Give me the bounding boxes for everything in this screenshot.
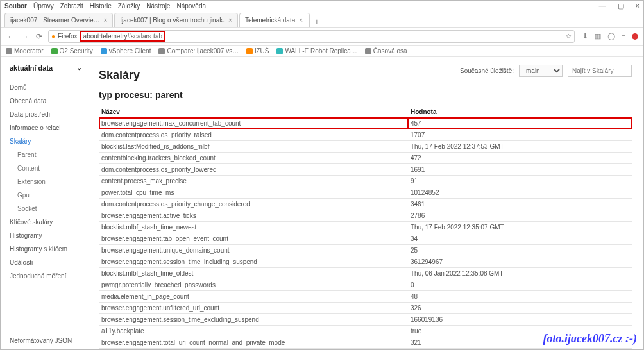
bookmark-item[interactable]: Compare: ijacek007 vs… bbox=[158, 47, 239, 54]
cell-value: 48 bbox=[408, 291, 632, 303]
current-data-toggle[interactable]: aktuální data ⌄ bbox=[10, 63, 82, 72]
table-row: media.element_in_page_count48 bbox=[99, 291, 632, 303]
cell-value: 91 bbox=[408, 176, 632, 187]
raw-json-link[interactable]: Neformátovaný JSON bbox=[10, 337, 72, 344]
download-icon[interactable]: ⬇ bbox=[582, 32, 588, 40]
table-row: blocklist.lastModified_rs_addons_mlbfThu… bbox=[99, 141, 632, 153]
cell-name: browser.engagement.session_time_includin… bbox=[99, 256, 408, 268]
bookmark-item[interactable]: O2 Security bbox=[51, 47, 93, 54]
new-tab-button[interactable]: + bbox=[311, 17, 323, 27]
table-row: blocklist.mlbf_stash_time_newestThu, 17 … bbox=[99, 222, 632, 233]
close-icon[interactable]: × bbox=[104, 17, 108, 24]
favicon-icon bbox=[276, 48, 283, 54]
table-row: browser.engagement.session_time_excludin… bbox=[99, 314, 632, 326]
tab-label: Ijacek007 | Blog o všem trochu jinak. bbox=[120, 17, 225, 24]
cell-value: dump_match bbox=[408, 349, 632, 350]
sidebar-subitem[interactable]: Gpu bbox=[10, 188, 82, 202]
browser-tab-1[interactable]: Ijacek007 | Blog o všem trochu jinak.× bbox=[114, 13, 238, 27]
bookmark-star-icon[interactable]: ☆ bbox=[566, 33, 572, 40]
favicon-icon bbox=[246, 48, 253, 54]
sidebar-item[interactable]: Data prostředí bbox=[10, 108, 82, 121]
bookmark-label: iZUŠ bbox=[255, 47, 269, 54]
menu-bookmarks[interactable]: Záložky bbox=[118, 3, 140, 10]
search-input[interactable] bbox=[568, 65, 632, 77]
menu-view[interactable]: Zobrazit bbox=[60, 3, 83, 10]
table-row: browser.engagement.unique_domains_count2… bbox=[99, 245, 632, 256]
maximize-button[interactable]: ▢ bbox=[618, 2, 624, 10]
sidebar-item[interactable]: Domů bbox=[10, 81, 82, 94]
table-row: browser.engagement.unfiltered_uri_count3… bbox=[99, 303, 632, 314]
close-icon[interactable]: × bbox=[228, 17, 232, 24]
cell-value: Thu, 17 Feb 2022 12:37:53 GMT bbox=[408, 141, 632, 153]
browser-tab-0[interactable]: ijacek007 - Streamer Overvie…× bbox=[4, 13, 113, 27]
sidebar-item[interactable]: Události bbox=[10, 256, 82, 269]
sidebar-subitem[interactable]: Content bbox=[10, 162, 82, 175]
cell-name: browser.engagement.max_concurrent_tab_co… bbox=[99, 118, 408, 129]
bookmark-label: Moderator bbox=[14, 47, 44, 54]
cell-name: blocklist.mlbf_stash_time_newest bbox=[99, 222, 408, 233]
cell-value: Thu, 06 Jan 2022 12:35:08 GMT bbox=[408, 268, 632, 279]
table-row: content.process_max_precise91 bbox=[99, 176, 632, 187]
bookmark-item[interactable]: WALL-E Robot Replica… bbox=[276, 47, 357, 54]
sidebar-item[interactable]: Histogramy bbox=[10, 229, 82, 242]
cell-name: browser.engagement.unfiltered_uri_count bbox=[99, 303, 408, 314]
cell-name: blocklist.mlbf_source bbox=[99, 349, 408, 350]
sidebar-subitem[interactable]: Extension bbox=[10, 175, 82, 188]
menu-icon[interactable]: ≡ bbox=[622, 33, 625, 40]
table-row: pwmgr.potentially_breached_passwords0 bbox=[99, 279, 632, 291]
reload-button[interactable]: ⟳ bbox=[34, 32, 44, 41]
close-icon[interactable]: × bbox=[299, 17, 303, 24]
bookmark-item[interactable]: iZUŠ bbox=[246, 47, 269, 54]
cell-name: content.process_max_precise bbox=[99, 176, 408, 187]
sidebar-subitem[interactable]: Parent bbox=[10, 148, 82, 162]
cell-name: browser.engagement.session_time_excludin… bbox=[99, 314, 408, 326]
menu-history[interactable]: Historie bbox=[90, 3, 112, 10]
menu-help[interactable]: Nápověda bbox=[176, 3, 206, 10]
toolbar-icons: ⬇ ▥ ◯ ≡ bbox=[579, 32, 638, 40]
table-row: browser.engagement.tab_open_event_count3… bbox=[99, 233, 632, 245]
minimize-button[interactable]: — bbox=[599, 2, 606, 10]
bookmark-item[interactable]: vSphere Client bbox=[101, 47, 151, 54]
cell-name: a11y.backplate bbox=[99, 326, 408, 337]
sidebar-item[interactable]: Klíčové skaláry bbox=[10, 215, 82, 229]
sidebar-nav: DomůObecná dataData prostředíInformace o… bbox=[10, 81, 82, 283]
sidebar-item[interactable]: Informace o relaci bbox=[10, 121, 82, 135]
bookmark-item[interactable]: Časová osa bbox=[365, 47, 407, 54]
ublock-icon[interactable] bbox=[632, 33, 638, 40]
account-icon[interactable]: ◯ bbox=[607, 32, 615, 40]
extension-icon[interactable]: ▥ bbox=[595, 32, 601, 40]
url-bar[interactable]: ● Firefox about:telemetry#scalars-tab ☆ bbox=[48, 30, 575, 43]
menu-file[interactable]: Soubor bbox=[4, 3, 27, 10]
tab-label: ijacek007 - Streamer Overvie… bbox=[10, 17, 100, 24]
close-button[interactable]: × bbox=[636, 2, 640, 10]
bookmark-item[interactable]: Moderator bbox=[6, 47, 44, 54]
menu-edit[interactable]: Úpravy bbox=[33, 3, 54, 10]
cell-name: browser.engagement.active_ticks bbox=[99, 210, 408, 222]
sidebar-item[interactable]: Histogramy s klíčem bbox=[10, 242, 82, 256]
sidebar-item[interactable]: Skaláry bbox=[10, 135, 82, 148]
cell-name: browser.engagement.total_uri_count_norma… bbox=[99, 337, 408, 349]
sidebar-item[interactable]: Jednoduchá měření bbox=[10, 269, 82, 283]
cell-value: 2786 bbox=[408, 210, 632, 222]
table-row: dom.contentprocess.os_priority_raised170… bbox=[99, 129, 632, 141]
cell-value: 472 bbox=[408, 153, 632, 164]
menu-tools[interactable]: Nástroje bbox=[146, 3, 170, 10]
cell-name: blocklist.mlbf_stash_time_oldest bbox=[99, 268, 408, 279]
back-button[interactable]: ← bbox=[6, 32, 16, 41]
sidebar-subitem[interactable]: Socket bbox=[10, 202, 82, 215]
table-row: dom.contentprocess.os_priority_lowered16… bbox=[99, 164, 632, 176]
browser-tab-2[interactable]: Telemetrická data× bbox=[239, 13, 310, 27]
cell-name: dom.contentprocess.os_priority_change_co… bbox=[99, 199, 408, 210]
cell-value: 3461 bbox=[408, 199, 632, 210]
process-title: typ procesu: parent bbox=[99, 90, 632, 100]
col-value: Hodnota bbox=[408, 106, 632, 118]
page-title: Skaláry bbox=[99, 69, 140, 82]
watermark: foto.ijacek007.cz :-) bbox=[543, 332, 637, 346]
bookmark-label: vSphere Client bbox=[109, 47, 151, 54]
cell-name: contentblocking.trackers_blocked_count bbox=[99, 153, 408, 164]
sidebar-item[interactable]: Obecná data bbox=[10, 94, 82, 108]
table-row: browser.engagement.session_time_includin… bbox=[99, 256, 632, 268]
forward-button[interactable]: → bbox=[20, 32, 30, 41]
store-select[interactable]: main bbox=[519, 65, 563, 77]
table-row: browser.engagement.max_concurrent_tab_co… bbox=[99, 118, 632, 129]
